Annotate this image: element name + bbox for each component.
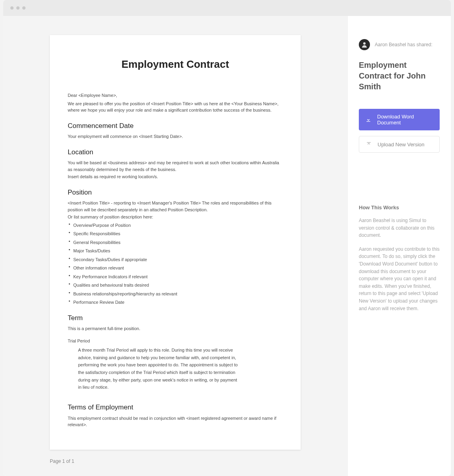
shared-by-text: Aaron Beashel has shared: <box>375 42 432 47</box>
list-item: Specific Responsibilities <box>68 230 283 237</box>
shared-by-row: Aaron Beashel has shared: <box>359 39 440 50</box>
term-text: This is a permanent full-time position. <box>68 325 283 332</box>
download-word-button[interactable]: Download Word Document <box>359 109 440 130</box>
list-item: Qualities and behavioural traits desired <box>68 282 283 289</box>
upload-label: Upload New Version <box>378 142 425 148</box>
sidebar: Aaron Beashel has shared: Employment Con… <box>347 16 451 476</box>
how-this-works: How This Works Aaron Beashel is using Si… <box>359 205 440 319</box>
terms-employment-text: This employment contract should be read … <box>68 415 283 428</box>
trial-period-text: A three month Trial Period will apply to… <box>68 346 283 391</box>
position-bullets: Overview/Purpose of Position Specific Re… <box>68 222 283 306</box>
section-heading-commencement: Commencement Date <box>68 121 283 131</box>
commencement-text: Your employment will commence on <Insert… <box>68 133 283 140</box>
position-text-1: <Insert Position Title> - reporting to <… <box>68 200 283 213</box>
section-heading-location: Location <box>68 147 283 157</box>
close-dot[interactable] <box>10 6 14 10</box>
document-body: Dear <Employee Name>, We are pleased to … <box>68 92 283 428</box>
intro-paragraph: We are pleased to offer you the position… <box>68 100 283 114</box>
list-item: Secondary Tasks/Duties if appropriate <box>68 256 283 263</box>
list-item: Business relationships/reporting/hierarc… <box>68 291 283 297</box>
how-paragraph-1: Aaron Beashel is using Simul to version … <box>359 217 440 239</box>
location-text-2: Insert details as required re working lo… <box>68 173 283 180</box>
section-heading-terms-employment: Terms of Employment <box>68 402 283 413</box>
list-item: Other information relevant <box>68 265 283 271</box>
how-title: How This Works <box>359 205 440 210</box>
upload-icon <box>366 141 372 148</box>
sidebar-document-title: Employment Contract for John Smith <box>359 60 440 92</box>
trial-period-subheading: Trial Period <box>68 338 283 344</box>
svg-point-0 <box>363 42 366 45</box>
browser-chrome <box>3 0 451 16</box>
app-body: Employment Contract Dear <Employee Name>… <box>3 16 451 476</box>
person-icon <box>361 41 368 48</box>
document-page: Employment Contract Dear <Employee Name>… <box>50 35 301 450</box>
list-item: Major Tasks/Duties <box>68 248 283 254</box>
upload-new-version-button[interactable]: Upload New Version <box>359 136 440 153</box>
document-title: Employment Contract <box>68 58 283 71</box>
list-item: Key Performance Indicators if relevant <box>68 273 283 280</box>
list-item: General Responsibilities <box>68 239 283 246</box>
maximize-dot[interactable] <box>22 6 25 10</box>
location-text-1: You will be based at <business address> … <box>68 159 283 173</box>
page-indicator: Page 1 of 1 <box>50 458 301 464</box>
document-viewer: Employment Contract Dear <Employee Name>… <box>3 16 347 476</box>
section-heading-position: Position <box>68 187 283 198</box>
position-text-2: Or list summary of position description … <box>68 214 283 220</box>
list-item: Overview/Purpose of Position <box>68 222 283 229</box>
download-icon <box>365 116 372 123</box>
greeting: Dear <Employee Name>, <box>68 92 283 99</box>
avatar <box>359 39 370 50</box>
section-heading-term: Term <box>68 313 283 323</box>
download-label: Download Word Document <box>377 114 433 126</box>
how-paragraph-2: Aaron requested you contribute to this d… <box>359 246 440 312</box>
window-controls <box>10 6 25 10</box>
minimize-dot[interactable] <box>16 6 20 10</box>
list-item: Performance Review Date <box>68 299 283 306</box>
